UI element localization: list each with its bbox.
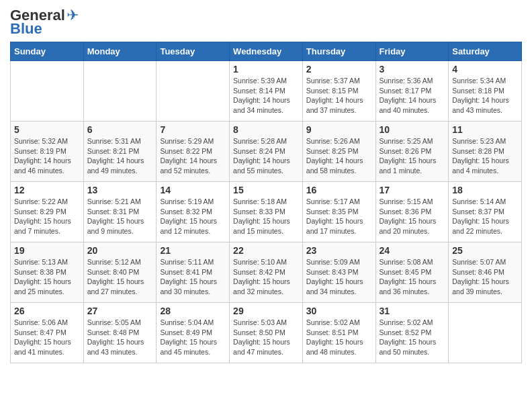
day-number: 9 <box>306 124 372 135</box>
day-info: Sunrise: 5:34 AM Sunset: 8:18 PM Dayligh… <box>452 76 518 116</box>
calendar-cell: 12Sunrise: 5:22 AM Sunset: 8:29 PM Dayli… <box>11 182 84 242</box>
day-info: Sunrise: 5:28 AM Sunset: 8:24 PM Dayligh… <box>233 136 299 176</box>
day-number: 12 <box>14 185 80 195</box>
day-number: 25 <box>452 245 518 256</box>
col-header-friday: Friday <box>375 42 449 61</box>
col-header-thursday: Thursday <box>302 42 375 61</box>
day-info: Sunrise: 5:19 AM Sunset: 8:32 PM Dayligh… <box>160 197 226 236</box>
day-number: 26 <box>14 306 80 316</box>
calendar-cell: 13Sunrise: 5:21 AM Sunset: 8:31 PM Dayli… <box>83 182 157 242</box>
day-info: Sunrise: 5:08 AM Sunset: 8:45 PM Dayligh… <box>380 257 445 297</box>
col-header-monday: Monday <box>83 42 157 61</box>
day-number: 11 <box>452 124 518 135</box>
calendar-cell: 5Sunrise: 5:32 AM Sunset: 8:19 PM Daylig… <box>11 122 84 182</box>
day-number: 3 <box>380 64 445 75</box>
calendar-cell <box>83 61 157 122</box>
day-info: Sunrise: 5:26 AM Sunset: 8:25 PM Dayligh… <box>306 136 372 176</box>
calendar-cell: 30Sunrise: 5:02 AM Sunset: 8:51 PM Dayli… <box>302 303 375 363</box>
calendar-table: SundayMondayTuesdayWednesdayThursdayFrid… <box>10 42 522 363</box>
calendar-cell <box>11 61 84 122</box>
day-info: Sunrise: 5:39 AM Sunset: 8:14 PM Dayligh… <box>233 76 299 116</box>
col-header-saturday: Saturday <box>449 42 522 61</box>
calendar-cell: 7Sunrise: 5:29 AM Sunset: 8:22 PM Daylig… <box>157 122 230 182</box>
calendar-cell: 25Sunrise: 5:07 AM Sunset: 8:46 PM Dayli… <box>449 242 522 303</box>
day-info: Sunrise: 5:36 AM Sunset: 8:17 PM Dayligh… <box>380 76 445 116</box>
calendar-cell: 2Sunrise: 5:37 AM Sunset: 8:15 PM Daylig… <box>302 61 375 122</box>
day-number: 15 <box>233 185 299 195</box>
calendar-cell: 27Sunrise: 5:05 AM Sunset: 8:48 PM Dayli… <box>83 303 157 363</box>
day-number: 22 <box>233 245 299 256</box>
calendar-cell <box>157 61 230 122</box>
day-info: Sunrise: 5:32 AM Sunset: 8:19 PM Dayligh… <box>14 136 80 176</box>
logo-blue: Blue <box>10 20 79 38</box>
day-info: Sunrise: 5:12 AM Sunset: 8:40 PM Dayligh… <box>87 257 153 297</box>
calendar-cell: 17Sunrise: 5:15 AM Sunset: 8:36 PM Dayli… <box>375 182 449 242</box>
day-number: 14 <box>160 185 226 195</box>
calendar-cell: 10Sunrise: 5:25 AM Sunset: 8:26 PM Dayli… <box>375 122 449 182</box>
calendar-cell: 24Sunrise: 5:08 AM Sunset: 8:45 PM Dayli… <box>375 242 449 303</box>
day-info: Sunrise: 5:17 AM Sunset: 8:35 PM Dayligh… <box>306 197 372 236</box>
col-header-sunday: Sunday <box>11 42 84 61</box>
calendar-cell: 19Sunrise: 5:13 AM Sunset: 8:38 PM Dayli… <box>11 242 84 303</box>
day-number: 18 <box>452 185 518 195</box>
day-info: Sunrise: 5:21 AM Sunset: 8:31 PM Dayligh… <box>87 197 153 236</box>
calendar-cell: 23Sunrise: 5:09 AM Sunset: 8:43 PM Dayli… <box>302 242 375 303</box>
calendar-cell: 1Sunrise: 5:39 AM Sunset: 8:14 PM Daylig… <box>230 61 303 122</box>
day-info: Sunrise: 5:18 AM Sunset: 8:33 PM Dayligh… <box>233 197 299 236</box>
calendar-cell: 11Sunrise: 5:23 AM Sunset: 8:28 PM Dayli… <box>449 122 522 182</box>
calendar-cell: 20Sunrise: 5:12 AM Sunset: 8:40 PM Dayli… <box>83 242 157 303</box>
day-info: Sunrise: 5:22 AM Sunset: 8:29 PM Dayligh… <box>14 197 80 236</box>
day-info: Sunrise: 5:31 AM Sunset: 8:21 PM Dayligh… <box>87 136 153 176</box>
day-info: Sunrise: 5:10 AM Sunset: 8:42 PM Dayligh… <box>233 257 299 297</box>
day-number: 29 <box>233 306 299 316</box>
day-number: 1 <box>233 64 299 75</box>
calendar-cell: 15Sunrise: 5:18 AM Sunset: 8:33 PM Dayli… <box>230 182 303 242</box>
calendar-cell: 26Sunrise: 5:06 AM Sunset: 8:47 PM Dayli… <box>11 303 84 363</box>
day-number: 31 <box>380 306 445 316</box>
day-info: Sunrise: 5:05 AM Sunset: 8:48 PM Dayligh… <box>87 318 153 357</box>
day-number: 4 <box>452 64 518 75</box>
col-header-wednesday: Wednesday <box>230 42 303 61</box>
day-number: 5 <box>14 124 80 135</box>
day-info: Sunrise: 5:11 AM Sunset: 8:41 PM Dayligh… <box>160 257 226 297</box>
day-info: Sunrise: 5:02 AM Sunset: 8:51 PM Dayligh… <box>306 318 372 357</box>
day-number: 17 <box>380 185 445 195</box>
day-info: Sunrise: 5:13 AM Sunset: 8:38 PM Dayligh… <box>14 257 80 297</box>
day-number: 28 <box>160 306 226 316</box>
calendar-cell: 4Sunrise: 5:34 AM Sunset: 8:18 PM Daylig… <box>449 61 522 122</box>
day-info: Sunrise: 5:07 AM Sunset: 8:46 PM Dayligh… <box>452 257 518 297</box>
day-number: 20 <box>87 245 153 256</box>
calendar-cell: 28Sunrise: 5:04 AM Sunset: 8:49 PM Dayli… <box>157 303 230 363</box>
day-number: 30 <box>306 306 372 316</box>
day-number: 21 <box>160 245 226 256</box>
calendar-cell: 6Sunrise: 5:31 AM Sunset: 8:21 PM Daylig… <box>83 122 157 182</box>
day-info: Sunrise: 5:29 AM Sunset: 8:22 PM Dayligh… <box>160 136 226 176</box>
day-info: Sunrise: 5:23 AM Sunset: 8:28 PM Dayligh… <box>452 136 518 176</box>
day-info: Sunrise: 5:03 AM Sunset: 8:50 PM Dayligh… <box>233 318 299 357</box>
calendar-cell: 22Sunrise: 5:10 AM Sunset: 8:42 PM Dayli… <box>230 242 303 303</box>
day-info: Sunrise: 5:15 AM Sunset: 8:36 PM Dayligh… <box>380 197 445 236</box>
day-info: Sunrise: 5:37 AM Sunset: 8:15 PM Dayligh… <box>306 76 372 116</box>
day-number: 7 <box>160 124 226 135</box>
day-number: 19 <box>14 245 80 256</box>
day-info: Sunrise: 5:14 AM Sunset: 8:37 PM Dayligh… <box>452 197 518 236</box>
day-info: Sunrise: 5:06 AM Sunset: 8:47 PM Dayligh… <box>14 318 80 357</box>
day-number: 2 <box>306 64 372 75</box>
calendar-cell <box>449 303 522 363</box>
day-number: 24 <box>380 245 445 256</box>
day-info: Sunrise: 5:04 AM Sunset: 8:49 PM Dayligh… <box>160 318 226 357</box>
day-number: 6 <box>87 124 153 135</box>
col-header-tuesday: Tuesday <box>157 42 230 61</box>
calendar-cell: 21Sunrise: 5:11 AM Sunset: 8:41 PM Dayli… <box>157 242 230 303</box>
calendar-cell: 8Sunrise: 5:28 AM Sunset: 8:24 PM Daylig… <box>230 122 303 182</box>
day-number: 23 <box>306 245 372 256</box>
day-number: 10 <box>380 124 445 135</box>
calendar-cell: 18Sunrise: 5:14 AM Sunset: 8:37 PM Dayli… <box>449 182 522 242</box>
day-number: 13 <box>87 185 153 195</box>
calendar-cell: 9Sunrise: 5:26 AM Sunset: 8:25 PM Daylig… <box>302 122 375 182</box>
day-number: 16 <box>306 185 372 195</box>
day-info: Sunrise: 5:02 AM Sunset: 8:52 PM Dayligh… <box>380 318 445 357</box>
day-info: Sunrise: 5:25 AM Sunset: 8:26 PM Dayligh… <box>380 136 445 176</box>
calendar-cell: 3Sunrise: 5:36 AM Sunset: 8:17 PM Daylig… <box>375 61 449 122</box>
calendar-cell: 16Sunrise: 5:17 AM Sunset: 8:35 PM Dayli… <box>302 182 375 242</box>
